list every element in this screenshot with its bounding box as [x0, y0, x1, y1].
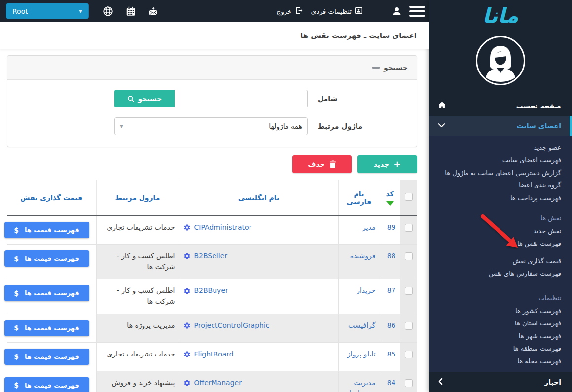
table-row: 85 تابلو پرواز FlightBoard خدمات تشریفات…: [7, 342, 417, 371]
row-code-link[interactable]: 87: [387, 286, 396, 294]
row-persian-name-link[interactable]: مدیر: [362, 223, 375, 231]
search-button[interactable]: جستجو: [114, 90, 175, 107]
sidebar-item-provinces-list[interactable]: فهرست استان ها: [429, 317, 572, 330]
row-english-name-link[interactable]: B2BSeller: [194, 251, 228, 262]
hamburger-icon[interactable]: [409, 6, 425, 17]
table-row: 84 مدیریت پیشنهادهای خرید و فروش OfferMa…: [7, 371, 417, 392]
row-code-link[interactable]: 84: [387, 379, 396, 387]
person-icon[interactable]: [392, 6, 402, 17]
row-checkbox[interactable]: [405, 287, 413, 295]
sidebar-submenu: عضو جدید فهرست اعضای سایت گزارش دسترسی ا…: [429, 136, 572, 373]
row-checkbox[interactable]: [405, 379, 413, 387]
sidebar-item-role-orders-list[interactable]: فهرست سفارش های نقش: [429, 267, 572, 280]
header-module[interactable]: ماژول مرتبط: [96, 180, 179, 215]
sidebar-item-neighborhoods-list[interactable]: فهرست محله ها: [429, 355, 572, 368]
sidebar-item-news[interactable]: اخبار: [429, 372, 572, 392]
table-header-row: کد نام فارسی نام انگلیسی ماژول مرتبط قیم…: [7, 180, 417, 215]
table-row: 88 فروشنده B2BSeller اطلس کسب و کار - شر…: [7, 245, 417, 279]
row-module: پیشنهاد خرید و فروش: [96, 371, 179, 392]
price-list-button[interactable]: فهرست قیمت ها$: [4, 222, 89, 238]
sidebar-item-payments-list[interactable]: فهرست پرداخت ها: [429, 192, 572, 205]
personal-settings-link[interactable]: تنظیمات فردی: [311, 6, 363, 16]
header-code[interactable]: کد: [380, 180, 400, 215]
calendar-icon[interactable]: [125, 6, 136, 17]
sidebar-item-new-member[interactable]: عضو جدید: [429, 142, 572, 154]
brand-logo: مانا: [429, 0, 572, 29]
price-list-button[interactable]: فهرست قیمت ها$: [4, 320, 89, 336]
sidebar-item-roles-list[interactable]: فهرست نقش ها: [429, 237, 572, 250]
logout-icon: [295, 6, 303, 16]
dollar-icon: $: [14, 381, 19, 389]
row-persian-name-link[interactable]: مدیریت پیشنهادهای خرید و فروش: [344, 379, 375, 392]
row-module: اطلس کسب و کار - شرکت ها: [96, 245, 179, 279]
price-list-button[interactable]: فهرست قیمت ها$: [4, 349, 89, 365]
sidebar-item-module-access-report[interactable]: گزارش دسترسی اعضای سایت به ماژول ها: [429, 167, 572, 179]
row-english-name-link[interactable]: B2BBuyer: [194, 285, 228, 296]
row-english-name-link[interactable]: ProjectControlGraphic: [194, 321, 270, 331]
sidebar-item-home[interactable]: صفحه نخست: [429, 96, 572, 116]
price-list-button[interactable]: فهرست قیمت ها$: [4, 285, 89, 301]
sidebar-item-site-members-active[interactable]: اعضای سایت: [429, 116, 572, 136]
row-module: مدیریت پروژه ها: [96, 314, 179, 342]
dollar-icon: $: [14, 226, 19, 234]
sidebar-item-members-list[interactable]: فهرست اعضای سایت: [429, 154, 572, 167]
row-checkbox[interactable]: [405, 322, 413, 330]
row-module: خدمات تشریفات تجاری: [96, 342, 179, 371]
chevron-down-icon: [438, 122, 445, 130]
row-persian-name-link[interactable]: فروشنده: [350, 252, 376, 260]
row-checkbox[interactable]: [405, 224, 413, 232]
chevron-down-icon: ▼: [79, 9, 82, 14]
search-panel-body: شامل جستجو ماژول مرتبط همه ماژولها: [7, 80, 417, 147]
row-persian-name-link[interactable]: گرافیست: [348, 321, 375, 329]
row-code-link[interactable]: 85: [387, 350, 396, 358]
row-module: خدمات تشریفات تجاری: [96, 215, 179, 245]
row-checkbox[interactable]: [405, 351, 413, 358]
mail-icon[interactable]: [148, 6, 159, 17]
module-row: ماژول مرتبط همه ماژولها ▼: [7, 117, 417, 135]
price-list-button[interactable]: فهرست قیمت ها$: [4, 377, 89, 392]
module-select[interactable]: همه ماژولها ▼: [114, 117, 308, 135]
module-label: ماژول مرتبط: [308, 122, 417, 130]
main-column: Root ▼: [0, 0, 429, 392]
gear-icon: [183, 379, 191, 387]
select-all-checkbox[interactable]: [405, 193, 413, 201]
globe-icon[interactable]: [103, 6, 113, 17]
row-english-name-link[interactable]: CIPAdministrator: [194, 222, 252, 233]
row-persian-name-link[interactable]: خریدار: [357, 286, 375, 294]
row-code-link[interactable]: 88: [387, 252, 396, 260]
row-code-link[interactable]: 86: [387, 321, 396, 329]
magnifier-icon: [127, 95, 135, 103]
search-input-group: جستجو: [114, 90, 308, 107]
contains-label: شامل: [308, 95, 417, 103]
row-english-name-link[interactable]: OfferManager: [194, 378, 242, 389]
avatar[interactable]: [475, 35, 526, 86]
sidebar-item-member-grouping[interactable]: گروه بندی اعضا: [429, 179, 572, 192]
row-english-name-link[interactable]: FlightBoard: [194, 349, 234, 360]
row-persian-name-link[interactable]: تابلو پرواز: [347, 350, 375, 358]
sidebar-section-roles: نقش ها: [429, 212, 572, 225]
new-button[interactable]: + جدید: [358, 155, 417, 173]
header-persian-name[interactable]: نام فارسی: [338, 180, 380, 215]
gear-icon: [183, 252, 191, 260]
root-dropdown[interactable]: Root ▼: [6, 3, 89, 19]
row-checkbox[interactable]: [405, 252, 413, 260]
dollar-icon: $: [14, 289, 19, 297]
app-root: Root ▼: [0, 0, 572, 392]
root-dropdown-value: Root: [12, 7, 28, 15]
delete-button[interactable]: حذف: [292, 155, 352, 173]
sidebar-item-regions-list[interactable]: فهرست منطقه ها: [429, 342, 572, 355]
contains-input[interactable]: [175, 90, 308, 107]
header-english-name[interactable]: نام انگلیسی: [179, 180, 338, 215]
table-actions: + جدید حذف: [7, 155, 417, 173]
logout-link[interactable]: خروج: [277, 6, 303, 16]
sidebar-item-cities-list[interactable]: فهرست شهر ها: [429, 330, 572, 343]
row-code-link[interactable]: 89: [387, 223, 396, 231]
price-list-button[interactable]: فهرست قیمت ها$: [4, 250, 89, 267]
main-content: جستجو شامل جستجو: [0, 49, 429, 392]
collapse-minus-icon[interactable]: [372, 67, 380, 69]
sidebar-item-countries-list[interactable]: فهرست کشور ها: [429, 305, 572, 318]
table-row: 87 خریدار B2BBuyer اطلس کسب و کار - شرکت…: [7, 279, 417, 314]
sidebar-item-new-role[interactable]: نقش جدید: [429, 225, 572, 238]
sidebar-item-role-pricing[interactable]: قیمت گذاری نقش: [429, 255, 572, 268]
header-pricing[interactable]: قیمت گذاری نقش: [7, 180, 96, 215]
